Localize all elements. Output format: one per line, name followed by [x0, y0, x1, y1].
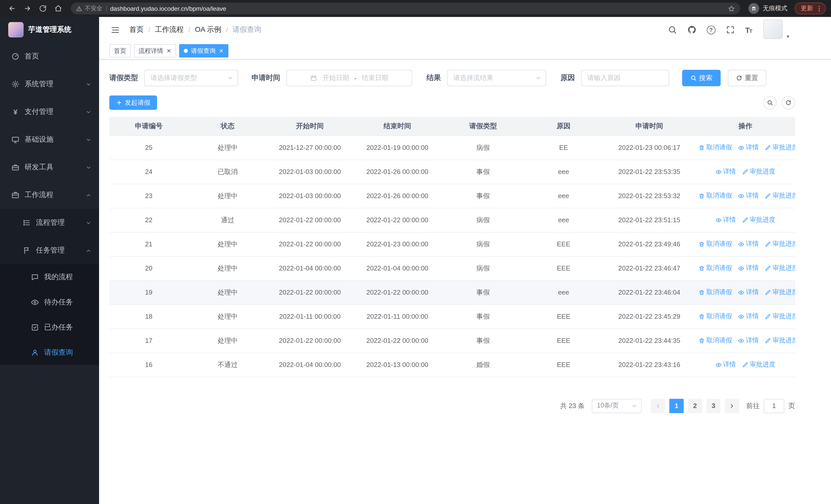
- font-size-icon[interactable]: TT: [745, 25, 752, 34]
- detail-link[interactable]: 详情: [738, 240, 758, 248]
- security-chip[interactable]: 不安全: [76, 5, 103, 12]
- help-icon[interactable]: ?: [707, 25, 715, 34]
- sidebar-item-workflow[interactable]: 工作流程: [0, 181, 99, 209]
- sidebar-item-leave-query[interactable]: 请假查询: [0, 340, 99, 365]
- approval-progress-link[interactable]: 审批进度: [765, 264, 795, 272]
- trash-icon: [698, 241, 705, 247]
- sidebar-item-task-mgmt[interactable]: 任务管理: [0, 237, 99, 264]
- cancel-leave-link[interactable]: 取消请假: [698, 312, 732, 321]
- sidebar-item-label: 基础设施: [25, 135, 53, 144]
- pagination: 共 23 条 10条/页 1 2 3 前往 1 页: [109, 398, 795, 413]
- cancel-leave-link[interactable]: 取消请假: [698, 191, 732, 200]
- chevron-down-icon: [86, 109, 91, 115]
- approval-progress-link[interactable]: 审批进度: [765, 336, 795, 345]
- page-button-3[interactable]: 3: [706, 398, 721, 413]
- sidebar-item-payment[interactable]: ¥ 支付管理: [0, 98, 99, 126]
- reset-button[interactable]: 重置: [728, 70, 766, 86]
- tab-home[interactable]: 首页: [109, 44, 131, 58]
- detail-link[interactable]: 详情: [715, 360, 736, 369]
- detail-link[interactable]: 详情: [738, 288, 758, 297]
- approval-progress-link[interactable]: 审批进度: [765, 240, 795, 248]
- approval-progress-link[interactable]: 审批进度: [742, 360, 775, 369]
- cancel-leave-link[interactable]: 取消请假: [698, 264, 732, 272]
- browser-back-button[interactable]: [5, 2, 19, 15]
- approval-progress-link[interactable]: 审批进度: [742, 215, 775, 224]
- approval-progress-link[interactable]: 审批进度: [765, 312, 795, 321]
- detail-link[interactable]: 详情: [738, 143, 758, 152]
- create-leave-button[interactable]: 发起请假: [109, 95, 157, 110]
- approval-progress-link[interactable]: 审批进度: [765, 288, 795, 297]
- toggle-search-button[interactable]: [763, 96, 777, 109]
- detail-link[interactable]: 详情: [715, 215, 736, 224]
- browser-menu-icon[interactable]: [815, 5, 823, 12]
- chevron-down-icon: [535, 75, 542, 81]
- avatar[interactable]: [763, 20, 783, 39]
- cancel-leave-link[interactable]: 取消请假: [698, 336, 732, 345]
- start-time-cell: 2022-01-22 00:00:00: [267, 232, 353, 256]
- detail-link[interactable]: 详情: [738, 264, 758, 272]
- page-size-value: 10条/页: [597, 402, 631, 410]
- user-menu[interactable]: ▼: [763, 20, 790, 40]
- refresh-table-button[interactable]: [782, 96, 795, 109]
- close-icon[interactable]: [219, 48, 224, 53]
- end-time-cell: 2022-01-22 00:00:00: [353, 328, 442, 353]
- sidebar-item-done-tasks[interactable]: 已办任务: [0, 315, 99, 340]
- detail-link[interactable]: 详情: [738, 312, 758, 321]
- next-page-button[interactable]: [725, 398, 739, 413]
- address-bar[interactable]: 不安全 dashboard.yudao.iocoder.cn/bpm/oa/le…: [71, 3, 740, 14]
- approval-progress-link[interactable]: 审批进度: [765, 143, 795, 152]
- breadcrumb-oa-example[interactable]: OA 示例: [195, 25, 222, 34]
- sidebar-item-label: 我的流程: [44, 272, 73, 281]
- toolbox-icon: [11, 163, 20, 171]
- sidebar-item-devtools[interactable]: 研发工具: [0, 153, 99, 181]
- browser-home-button[interactable]: [51, 2, 65, 15]
- fullscreen-icon[interactable]: [725, 25, 735, 34]
- logo-avatar: [8, 22, 24, 37]
- close-icon[interactable]: [166, 48, 171, 53]
- sidebar-item-system[interactable]: 系统管理: [0, 70, 99, 98]
- approval-progress-link[interactable]: 审批进度: [742, 167, 775, 176]
- trash-icon: [698, 289, 705, 295]
- reason-input[interactable]: 请输入原因: [581, 70, 669, 86]
- sidebar-item-process-mgmt[interactable]: 流程管理: [0, 209, 99, 237]
- sidebar-item-todo-tasks[interactable]: 待办任务: [0, 290, 99, 315]
- detail-link[interactable]: 详情: [738, 336, 758, 345]
- search-icon[interactable]: [667, 25, 677, 34]
- cancel-leave-link[interactable]: 取消请假: [698, 143, 732, 152]
- breadcrumb-home[interactable]: 首页: [130, 25, 144, 34]
- page-button-1[interactable]: 1: [669, 398, 684, 413]
- app-frame: 芋道管理系统 首页 系统管理 ¥ 支付管理: [0, 17, 831, 504]
- browser-forward-button[interactable]: [21, 2, 34, 15]
- prev-page-button[interactable]: [651, 398, 665, 413]
- tab-process-detail[interactable]: 流程详情: [134, 44, 176, 58]
- breadcrumb-workflow[interactable]: 工作流程: [155, 25, 184, 34]
- sidebar-item-my-processes[interactable]: 我的流程: [0, 264, 99, 290]
- browser-update-button[interactable]: 更新: [795, 3, 826, 14]
- page-button-2[interactable]: 2: [688, 398, 702, 413]
- apply-time-cell: 2022-01-23 00:06:17: [603, 136, 696, 159]
- bookmark-star-icon[interactable]: [728, 5, 735, 12]
- sidebar-item-label: 首页: [25, 52, 39, 61]
- sidebar-item-label: 工作流程: [25, 190, 53, 200]
- detail-link[interactable]: 详情: [738, 191, 758, 200]
- page-size-select[interactable]: 10条/页: [592, 398, 641, 413]
- apply-time-cell: 2022-01-22 23:45:29: [603, 304, 696, 328]
- result-select[interactable]: 请选择流结果: [447, 70, 546, 86]
- search-button[interactable]: 搜索: [682, 70, 721, 86]
- search-icon: [767, 99, 773, 106]
- approval-progress-link[interactable]: 审批进度: [765, 191, 795, 200]
- apply-time-range-picker[interactable]: 开始日期 - 结束日期: [286, 70, 412, 86]
- sidebar-item-infrastructure[interactable]: 基础设施: [0, 126, 99, 153]
- detail-link[interactable]: 详情: [715, 167, 736, 176]
- operations-cell: 取消请假详情审批进度: [695, 280, 795, 304]
- sidebar-item-home[interactable]: 首页: [0, 42, 99, 70]
- cancel-leave-link[interactable]: 取消请假: [698, 240, 732, 248]
- tab-leave-query[interactable]: 请假查询: [179, 44, 228, 58]
- collapse-sidebar-icon[interactable]: [110, 25, 120, 35]
- github-icon[interactable]: [687, 25, 696, 34]
- cancel-leave-link[interactable]: 取消请假: [698, 288, 732, 297]
- browser-refresh-button[interactable]: [36, 2, 49, 15]
- goto-page-input[interactable]: 1: [764, 398, 784, 413]
- leave-type-select[interactable]: 请选择请假类型: [144, 70, 238, 86]
- leave-type-cell: 婚假: [442, 353, 524, 377]
